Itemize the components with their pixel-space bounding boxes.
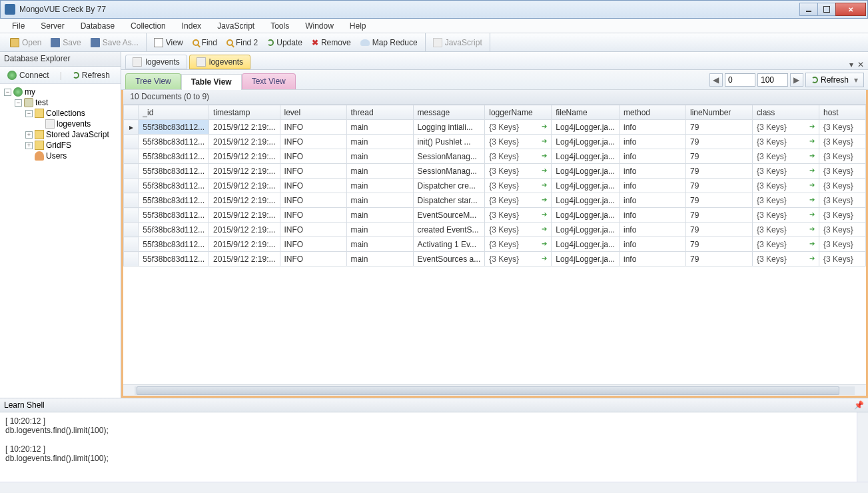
row-selector[interactable]: [124, 223, 139, 237]
cell-filename[interactable]: Log4jLogger.ja...: [552, 208, 620, 223]
cell-message[interactable]: EventSourceM...: [413, 208, 485, 223]
cell-class[interactable]: {3 Keys}➔: [753, 252, 819, 266]
view-button[interactable]: View: [149, 35, 188, 50]
cell-timestamp[interactable]: 2015/9/12 2:19:...: [209, 179, 280, 193]
cell-host[interactable]: {3 Keys}: [819, 120, 866, 135]
cell-method[interactable]: info: [620, 208, 686, 223]
cell-message[interactable]: Dispatcher star...: [413, 193, 485, 208]
col-class[interactable]: class: [753, 105, 819, 120]
cell-message[interactable]: EventSources a...: [413, 252, 485, 266]
tree-db[interactable]: −test: [1, 97, 119, 108]
tree-collections[interactable]: −Collections: [1, 108, 119, 119]
maximize-button[interactable]: [817, 3, 836, 16]
table-row[interactable]: 55f38bc83d112...2015/9/12 2:19:...INFOma…: [124, 193, 866, 208]
pager-prev-button[interactable]: ◀: [709, 73, 723, 87]
cell-filename[interactable]: Log4jLogger.ja...: [552, 149, 620, 164]
cell-id[interactable]: 55f38bc83d112...: [139, 135, 209, 149]
menu-collection[interactable]: Collection: [124, 20, 173, 32]
expand-arrow-icon[interactable]: ➔: [809, 152, 815, 159]
cell-id[interactable]: 55f38bc83d112...: [139, 193, 209, 208]
menu-file[interactable]: File: [5, 20, 31, 32]
cell-id[interactable]: 55f38bc83d112...: [139, 120, 209, 135]
cell-level[interactable]: INFO: [280, 179, 346, 193]
cell-method[interactable]: info: [620, 135, 686, 149]
cell-class[interactable]: {3 Keys}➔: [753, 164, 819, 179]
cell-method[interactable]: info: [620, 179, 686, 193]
table-row[interactable]: 55f38bc83d112...2015/9/12 2:19:...INFOma…: [124, 164, 866, 179]
cell-host[interactable]: {3 Keys}: [819, 208, 866, 223]
table-row[interactable]: 55f38bc83d112...2015/9/12 2:19:...INFOma…: [124, 135, 866, 149]
pager-next-button[interactable]: ▶: [790, 73, 803, 87]
cell-linenumber[interactable]: 79: [686, 164, 753, 179]
data-grid[interactable]: _id timestamp level thread message logge…: [123, 105, 866, 384]
row-selector[interactable]: ▸: [124, 120, 139, 135]
cell-host[interactable]: {3 Keys}: [819, 223, 866, 237]
expand-arrow-icon[interactable]: ➔: [542, 240, 547, 247]
col-thread[interactable]: thread: [346, 105, 413, 120]
cell-level[interactable]: INFO: [280, 252, 346, 266]
cell-loggername[interactable]: {3 Keys}➔: [485, 252, 552, 266]
col-message[interactable]: message: [413, 105, 485, 120]
pager-start-input[interactable]: [725, 73, 755, 87]
cell-linenumber[interactable]: 79: [686, 135, 753, 149]
cell-thread[interactable]: main: [346, 164, 413, 179]
cell-host[interactable]: {3 Keys}: [819, 179, 866, 193]
row-selector[interactable]: [124, 237, 139, 252]
expand-arrow-icon[interactable]: ➔: [542, 211, 547, 218]
cell-message[interactable]: SessionManag...: [413, 164, 485, 179]
expand-icon[interactable]: −: [25, 110, 33, 117]
tab-logevents-2[interactable]: logevents: [189, 55, 250, 69]
cell-timestamp[interactable]: 2015/9/12 2:19:...: [209, 237, 280, 252]
learn-shell-header[interactable]: Learn Shell 📌: [0, 398, 868, 412]
tree-storedjs[interactable]: +Stored JavaScript: [1, 129, 119, 140]
expand-arrow-icon[interactable]: ➔: [542, 254, 547, 262]
col-level[interactable]: level: [280, 105, 346, 120]
cell-thread[interactable]: main: [346, 223, 413, 237]
expand-arrow-icon[interactable]: ➔: [542, 225, 547, 233]
cell-class[interactable]: {3 Keys}➔: [753, 179, 819, 193]
cell-level[interactable]: INFO: [280, 135, 346, 149]
cell-timestamp[interactable]: 2015/9/12 2:19:...: [209, 164, 280, 179]
table-row[interactable]: 55f38bc83d112...2015/9/12 2:19:...INFOma…: [124, 208, 866, 223]
cell-message[interactable]: init() Pushlet ...: [413, 135, 485, 149]
cell-timestamp[interactable]: 2015/9/12 2:19:...: [209, 208, 280, 223]
cell-id[interactable]: 55f38bc83d112...: [139, 208, 209, 223]
tree-gridfs[interactable]: +GridFS: [1, 140, 119, 151]
cell-loggername[interactable]: {3 Keys}➔: [485, 149, 552, 164]
row-selector[interactable]: [124, 193, 139, 208]
menu-window[interactable]: Window: [298, 20, 340, 32]
cell-id[interactable]: 55f38bc83d112...: [139, 149, 209, 164]
expand-icon[interactable]: +: [25, 142, 33, 149]
expand-arrow-icon[interactable]: ➔: [542, 181, 547, 189]
expand-icon[interactable]: −: [15, 99, 22, 107]
expand-arrow-icon[interactable]: ➔: [809, 181, 815, 189]
cell-linenumber[interactable]: 79: [686, 179, 753, 193]
tree-root[interactable]: −my: [1, 87, 119, 97]
row-selector[interactable]: [124, 208, 139, 223]
cell-linenumber[interactable]: 79: [686, 237, 753, 252]
expand-arrow-icon[interactable]: ➔: [542, 152, 547, 159]
cell-message[interactable]: Dispatcher cre...: [413, 179, 485, 193]
col-host[interactable]: host: [819, 105, 866, 120]
col-timestamp[interactable]: timestamp: [209, 105, 280, 120]
cell-id[interactable]: 55f38bc83d112...: [139, 223, 209, 237]
cell-class[interactable]: {3 Keys}➔: [753, 135, 819, 149]
table-row[interactable]: 55f38bc83d112...2015/9/12 2:19:...INFOma…: [124, 149, 866, 164]
cell-method[interactable]: info: [620, 252, 686, 266]
cell-thread[interactable]: main: [346, 193, 413, 208]
cell-loggername[interactable]: {3 Keys}➔: [485, 237, 552, 252]
cell-method[interactable]: info: [620, 164, 686, 179]
cell-class[interactable]: {3 Keys}➔: [753, 237, 819, 252]
cell-class[interactable]: {3 Keys}➔: [753, 208, 819, 223]
menu-tools[interactable]: Tools: [264, 20, 296, 32]
col-linenumber[interactable]: lineNumber: [686, 105, 753, 120]
cell-timestamp[interactable]: 2015/9/12 2:19:...: [209, 252, 280, 266]
table-row[interactable]: 55f38bc83d112...2015/9/12 2:19:...INFOma…: [124, 252, 866, 266]
row-selector[interactable]: [124, 164, 139, 179]
cell-linenumber[interactable]: 79: [686, 149, 753, 164]
connect-button[interactable]: Connect: [3, 68, 54, 83]
cell-id[interactable]: 55f38bc83d112...: [139, 237, 209, 252]
table-row[interactable]: 55f38bc83d112...2015/9/12 2:19:...INFOma…: [124, 179, 866, 193]
cell-thread[interactable]: main: [346, 179, 413, 193]
cell-host[interactable]: {3 Keys}: [819, 135, 866, 149]
